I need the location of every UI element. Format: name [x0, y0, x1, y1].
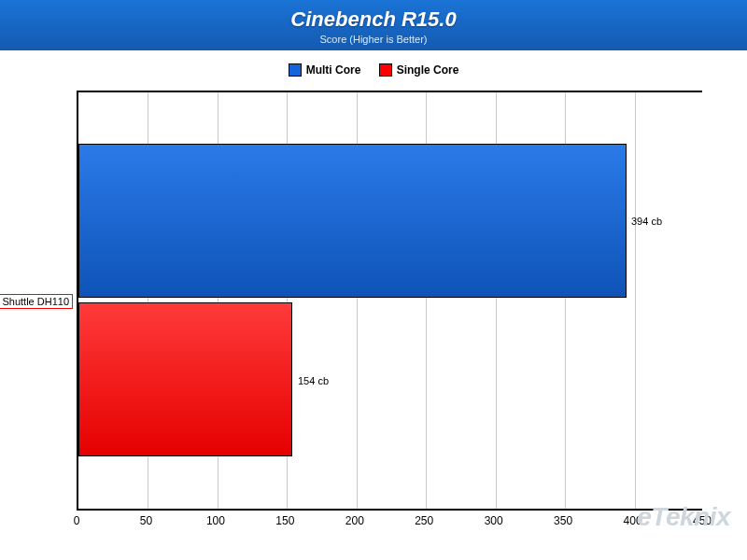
x-tick: 200	[345, 514, 364, 527]
gridline	[635, 92, 636, 509]
legend-item-single-core: Single Core	[379, 63, 459, 77]
legend-label: Multi Core	[306, 63, 361, 77]
x-tick: 100	[206, 514, 225, 527]
plot-area: 394 cb 154 cb Shuttle DH110	[77, 91, 728, 511]
bar-value-label: 154 cb	[298, 375, 329, 386]
x-tick: 0	[74, 514, 80, 527]
chart-title: Cinebench R15.0	[0, 7, 747, 32]
x-tick: 50	[140, 514, 152, 527]
x-axis-ticks: 0 50 100 150 200 250 300 350 400 450	[77, 511, 728, 533]
y-category-label: Shuttle DH110	[0, 294, 73, 309]
x-tick: 300	[485, 514, 503, 527]
x-tick: 350	[554, 514, 572, 527]
legend-swatch-icon	[289, 63, 302, 77]
bar-multi-core	[78, 144, 627, 298]
chart-subtitle: Score (Higher is Better)	[0, 34, 747, 45]
x-tick: 150	[275, 514, 294, 527]
watermark-logo: eTeknix	[637, 502, 730, 532]
x-tick: 250	[415, 514, 433, 527]
legend-item-multi-core: Multi Core	[289, 63, 361, 77]
chart-header: Cinebench R15.0 Score (Higher is Better)	[0, 0, 747, 50]
legend-label: Single Core	[397, 63, 459, 77]
legend: Multi Core Single Core	[0, 50, 747, 87]
bar-value-label: 394 cb	[631, 216, 662, 227]
axes-frame: 394 cb 154 cb Shuttle DH110	[77, 91, 702, 511]
bar-single-core	[78, 302, 292, 456]
legend-swatch-icon	[379, 63, 392, 77]
